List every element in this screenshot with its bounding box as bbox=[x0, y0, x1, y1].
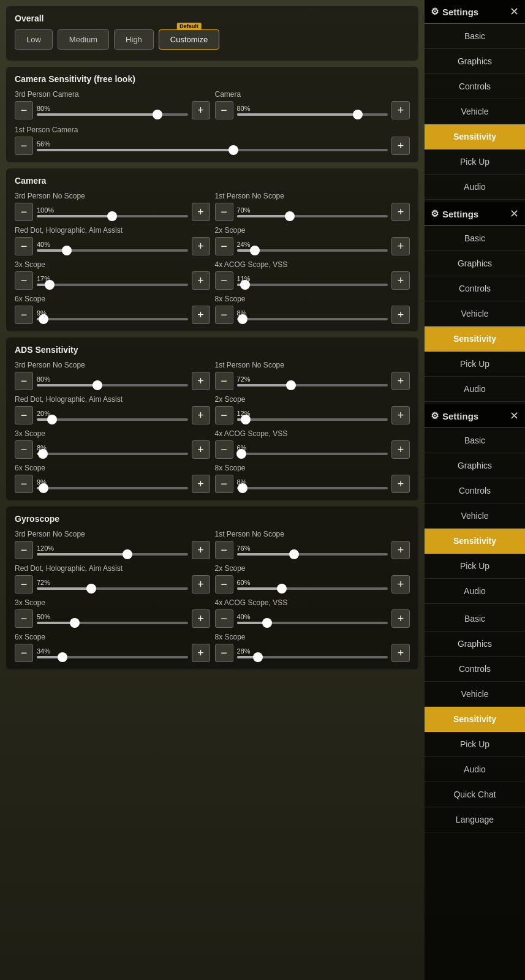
nav-audio-2[interactable]: Audio bbox=[425, 377, 525, 402]
nav-audio-3[interactable]: Audio bbox=[425, 579, 525, 604]
cam-4x-plus[interactable]: + bbox=[391, 271, 410, 290]
close-btn-3[interactable]: ✕ bbox=[510, 409, 519, 423]
ads-1st-plus[interactable]: + bbox=[391, 372, 410, 390]
ads-1st-minus[interactable]: − bbox=[215, 372, 233, 390]
camera-plus-btn[interactable]: + bbox=[391, 101, 410, 119]
nav-controls-2[interactable]: Controls bbox=[425, 276, 525, 301]
third-person-thumb[interactable] bbox=[153, 110, 162, 119]
ads-6x-minus[interactable]: − bbox=[15, 475, 33, 493]
close-btn-1[interactable]: ✕ bbox=[510, 5, 519, 18]
cam-1st-noscope-plus[interactable]: + bbox=[391, 203, 410, 221]
close-btn-2[interactable]: ✕ bbox=[510, 207, 519, 221]
ads-3rd-minus[interactable]: − bbox=[15, 372, 33, 390]
nav-basic-3[interactable]: Basic bbox=[425, 428, 525, 453]
nav-basic-4[interactable]: Basic bbox=[425, 606, 525, 631]
gyro-4x-minus[interactable]: − bbox=[215, 609, 233, 628]
gyro-2x-minus[interactable]: − bbox=[215, 575, 233, 594]
nav-graphics-2[interactable]: Graphics bbox=[425, 251, 525, 276]
cam-4x-minus[interactable]: − bbox=[215, 271, 233, 290]
third-person-track[interactable] bbox=[37, 113, 188, 116]
third-person-plus-btn[interactable]: + bbox=[192, 101, 210, 119]
nav-audio-4[interactable]: Audio bbox=[425, 757, 525, 782]
cam-2x-minus[interactable]: − bbox=[215, 237, 233, 255]
ads-3x-plus[interactable]: + bbox=[192, 440, 210, 459]
cam-2x-plus[interactable]: + bbox=[391, 237, 410, 255]
cam-1st-noscope-minus[interactable]: − bbox=[215, 203, 233, 221]
nav-vehicle-2[interactable]: Vehicle bbox=[425, 301, 525, 326]
nav-controls-4[interactable]: Controls bbox=[425, 657, 525, 682]
ads-3rd-plus[interactable]: + bbox=[192, 372, 210, 390]
nav-pickup-3[interactable]: Pick Up bbox=[425, 554, 525, 579]
nav-basic-2[interactable]: Basic bbox=[425, 226, 525, 251]
cam-reddot-plus[interactable]: + bbox=[192, 237, 210, 255]
gyro-8x-minus[interactable]: − bbox=[215, 644, 233, 662]
first-person-plus-btn[interactable]: + bbox=[391, 137, 410, 155]
first-person-track[interactable] bbox=[37, 149, 388, 151]
gyro-1st-minus[interactable]: − bbox=[215, 541, 233, 559]
nav-language[interactable]: Language bbox=[425, 807, 525, 832]
nav-vehicle-1[interactable]: Vehicle bbox=[425, 99, 525, 124]
ads-4x-minus[interactable]: − bbox=[215, 440, 233, 459]
nav-vehicle-4[interactable]: Vehicle bbox=[425, 682, 525, 707]
preset-high-btn[interactable]: High bbox=[114, 29, 154, 50]
nav-sensitivity-3[interactable]: Sensitivity bbox=[425, 529, 525, 554]
gyro-3x-plus[interactable]: + bbox=[192, 609, 210, 628]
nav-graphics-1[interactable]: Graphics bbox=[425, 49, 525, 74]
nav-graphics-3[interactable]: Graphics bbox=[425, 453, 525, 478]
gyro-6x-plus[interactable]: + bbox=[192, 644, 210, 662]
cam-1st-noscope-slider: 1st Person No Scope − 70% + bbox=[215, 192, 410, 221]
cam-6x-plus[interactable]: + bbox=[192, 306, 210, 324]
nav-basic-1[interactable]: Basic bbox=[425, 24, 525, 49]
third-person-minus-btn[interactable]: − bbox=[15, 101, 33, 119]
gyro-8x-plus[interactable]: + bbox=[391, 644, 410, 662]
nav-sensitivity-2[interactable]: Sensitivity bbox=[425, 326, 525, 352]
cam-3x-slider: 3x Scope − 17% + bbox=[15, 260, 210, 290]
gyro-reddot-plus[interactable]: + bbox=[192, 575, 210, 594]
nav-sensitivity-4[interactable]: Sensitivity bbox=[425, 707, 525, 732]
nav-graphics-4[interactable]: Graphics bbox=[425, 631, 525, 657]
gyro-6x-minus[interactable]: − bbox=[15, 644, 33, 662]
gyro-1st-plus[interactable]: + bbox=[391, 541, 410, 559]
nav-controls-1[interactable]: Controls bbox=[425, 74, 525, 99]
gyro-3rd-minus[interactable]: − bbox=[15, 541, 33, 559]
nav-pickup-2[interactable]: Pick Up bbox=[425, 352, 525, 377]
cam-3rd-noscope-minus[interactable]: − bbox=[15, 203, 33, 221]
gyro-2x-plus[interactable]: + bbox=[391, 575, 410, 594]
ads-2x-plus[interactable]: + bbox=[391, 406, 410, 424]
cam-8x-plus[interactable]: + bbox=[391, 306, 410, 324]
nav-quickchat[interactable]: Quick Chat bbox=[425, 782, 525, 807]
ads-6x-plus[interactable]: + bbox=[192, 475, 210, 493]
preset-medium-btn[interactable]: Medium bbox=[58, 29, 109, 50]
ads-8x-plus[interactable]: + bbox=[391, 475, 410, 493]
ads-8x-minus[interactable]: − bbox=[215, 475, 233, 493]
cam-3x-plus[interactable]: + bbox=[192, 271, 210, 290]
first-person-minus-btn[interactable]: − bbox=[15, 137, 33, 155]
camera-track[interactable] bbox=[237, 113, 388, 116]
nav-pickup-4[interactable]: Pick Up bbox=[425, 732, 525, 757]
camera-minus-btn[interactable]: − bbox=[215, 101, 233, 119]
ads-3x-minus[interactable]: − bbox=[15, 440, 33, 459]
preset-low-btn[interactable]: Low bbox=[15, 29, 53, 50]
gyro-4x-plus[interactable]: + bbox=[391, 609, 410, 628]
nav-sensitivity-1[interactable]: Sensitivity bbox=[425, 124, 525, 149]
cam-3rd-noscope-plus[interactable]: + bbox=[192, 203, 210, 221]
nav-controls-3[interactable]: Controls bbox=[425, 478, 525, 503]
nav-pickup-1[interactable]: Pick Up bbox=[425, 149, 525, 175]
ads-2x-minus[interactable]: − bbox=[215, 406, 233, 424]
first-person-row: − 56% + bbox=[15, 137, 410, 155]
nav-vehicle-3[interactable]: Vehicle bbox=[425, 503, 525, 529]
camera-thumb[interactable] bbox=[353, 110, 363, 119]
cam-reddot-minus[interactable]: − bbox=[15, 237, 33, 255]
first-person-thumb[interactable] bbox=[229, 145, 238, 155]
gyro-3x-minus[interactable]: − bbox=[15, 609, 33, 628]
preset-customize-btn[interactable]: Default Customize bbox=[159, 29, 219, 50]
gyro-reddot-minus[interactable]: − bbox=[15, 575, 33, 594]
gyro-3rd-plus[interactable]: + bbox=[192, 541, 210, 559]
cam-6x-minus[interactable]: − bbox=[15, 306, 33, 324]
ads-4x-plus[interactable]: + bbox=[391, 440, 410, 459]
cam-8x-minus[interactable]: − bbox=[215, 306, 233, 324]
cam-3x-minus[interactable]: − bbox=[15, 271, 33, 290]
nav-audio-1[interactable]: Audio bbox=[425, 175, 525, 200]
ads-reddot-minus[interactable]: − bbox=[15, 406, 33, 424]
ads-reddot-plus[interactable]: + bbox=[192, 406, 210, 424]
